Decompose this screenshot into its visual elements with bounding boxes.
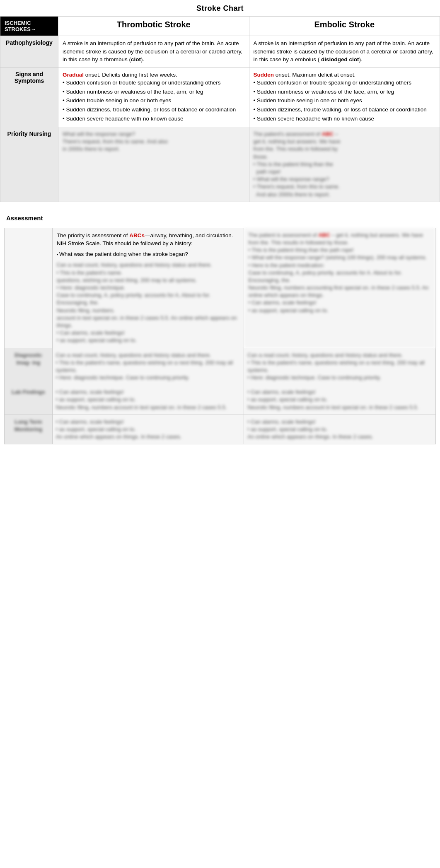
long-term-monitoring-right-blurred: • Can alarms, scale feelings! • as suppo… [247,418,432,441]
assessment-bullet-1: What was the patient doing when the stro… [57,250,240,258]
embolic-symptom-5: Sudden severe headache with no known cau… [254,115,436,123]
signs-symptoms-embolic-cell: Sudden onset. Maximum deficit at onset. … [249,67,440,127]
diagnostic-imaging-left-blurred: Can a read count, history, questions and… [56,352,241,382]
thrombotic-symptom-2: Sudden numbness or weakness of the face,… [63,88,244,96]
long-term-monitoring-left-blurred: • Can alarms, scale feelings! • as suppo… [56,418,241,441]
lab-findings-row: Lab Findings • Can alarms, scale feeling… [5,385,436,415]
pathophysiology-thrombotic-cell: A stroke is an interruption of perfusion… [58,36,249,68]
thrombotic-onset-word: Gradual [63,72,84,78]
embolic-symptoms-list: Sudden confusion or trouble speaking or … [254,79,436,123]
embolic-stroke-header: Embolic Stroke [249,17,440,36]
assessment-thrombotic-blurred: Can a read count, history, questions and… [57,261,240,344]
lab-findings-label: Lab Findings [5,385,53,415]
thrombotic-symptom-5: Sudden severe headache with no known cau… [63,115,244,123]
long-term-monitoring-label: Long Term Monitoring [5,415,53,444]
assessment-label: Assessment [4,215,436,222]
assessment-bullet-list: What was the patient doing when the stro… [57,250,240,258]
pathophysiology-label: Pathophysiology [0,36,58,68]
assessment-section: Assessment The priority is assessment of… [0,215,440,445]
diagnostic-imaging-right-blurred: Can a read count, history, questions and… [247,352,432,382]
priority-nursing-embolic-blurred: The patient's assessment of ABC – get it… [254,130,436,198]
page-title: Stroke Chart [0,0,440,16]
signs-symptoms-label: Signs and Symptoms [0,67,58,127]
embolic-symptom-4: Sudden dizziness, trouble walking, or lo… [254,106,436,114]
priority-nursing-row: Priority Nursing What will the response … [0,127,440,202]
lab-findings-left-blurred: • Can alarms, scale feelings! • as suppo… [56,388,241,411]
assessment-main-embolic-cell: The patient is assessment of ABC – get i… [244,228,436,348]
pathophysiology-row: Pathophysiology A stroke is an interrupt… [0,36,440,68]
thrombotic-symptoms-list: Sudden confusion or trouble speaking or … [63,79,244,123]
priority-nursing-thrombotic-blurred: What will the response range? There's re… [63,130,244,153]
pathophysiology-embolic-cell: A stroke is an interruption of perfusion… [249,36,440,68]
embolic-symptom-1: Sudden confusion or trouble speaking or … [254,79,436,87]
embolic-bold-dislodged: dislodged clot [321,56,359,63]
embolic-onset-word: Sudden [254,72,274,78]
priority-nursing-thrombotic-cell: What will the response range? There's re… [58,127,249,202]
embolic-symptom-3: Sudden trouble seeing in one or both eye… [254,96,436,105]
thrombotic-bold-clot: clot [131,56,141,63]
priority-nursing-label: Priority Nursing [0,127,58,202]
thrombotic-symptom-3: Sudden trouble seeing in one or both eye… [63,96,244,105]
priority-nursing-embolic-cell: The patient's assessment of ABC – get it… [249,127,440,202]
stroke-chart-table: ISCHEMIC STROKES→ Thrombotic Stroke Embo… [0,16,440,202]
assessment-main-thrombotic-cell: The priority is assessment of ABCs—airwa… [52,228,244,348]
signs-symptoms-row: Signs and Symptoms Gradual onset. Defici… [0,67,440,127]
thrombotic-symptom-4: Sudden dizziness, trouble walking, or lo… [63,106,244,114]
diagnostic-imaging-label: Diagnostic Imag- ing [5,348,53,385]
lab-findings-right-blurred: • Can alarms, scale feelings! • as suppo… [247,388,432,411]
diagnostic-imaging-row: Diagnostic Imag- ing Can a read count, h… [5,348,436,385]
signs-symptoms-thrombotic-cell: Gradual onset. Deficits during first few… [58,67,249,127]
abcs-text: ABCs [129,232,145,239]
assessment-table: The priority is assessment of ABCs—airwa… [4,228,436,445]
ischemic-strokes-header: ISCHEMIC STROKES→ [0,17,58,36]
assessment-main-row: The priority is assessment of ABCs—airwa… [5,228,436,348]
thrombotic-symptom-1: Sudden confusion or trouble speaking or … [63,79,244,87]
thrombotic-stroke-header: Thrombotic Stroke [58,17,249,36]
long-term-monitoring-row: Long Term Monitoring • Can alarms, scale… [5,415,436,444]
embolic-symptom-2: Sudden numbness or weakness of the face,… [254,88,436,96]
